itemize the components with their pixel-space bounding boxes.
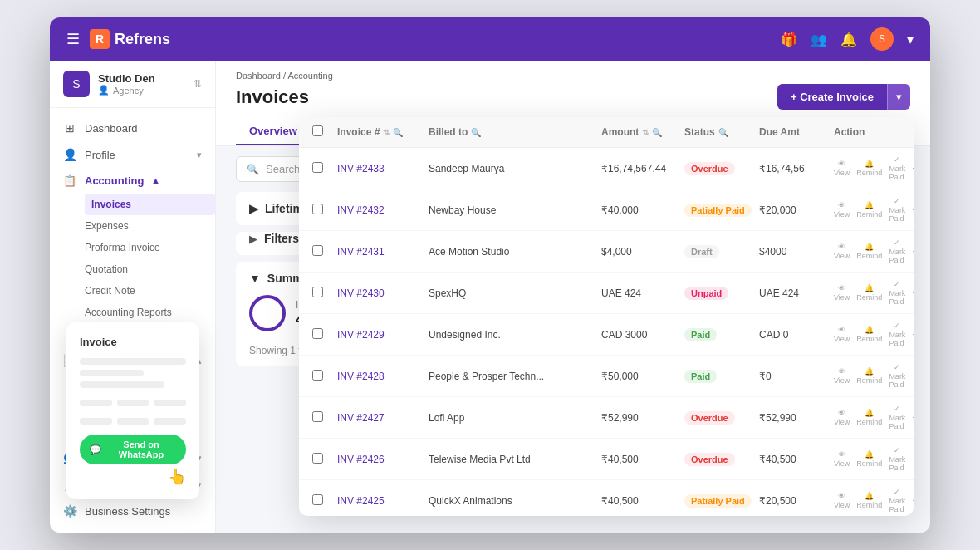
dropdown-arrow-icon[interactable]: ▾ bbox=[907, 32, 914, 47]
status-badge: Draft bbox=[684, 245, 759, 258]
view-action[interactable]: 👁View bbox=[834, 243, 850, 260]
view-action[interactable]: 👁View bbox=[834, 367, 850, 385]
amount: ₹40,000 bbox=[601, 204, 684, 216]
view-action[interactable]: 👁View bbox=[834, 450, 850, 468]
remind-action[interactable]: 🔔Remind bbox=[856, 160, 882, 177]
row-checkbox[interactable] bbox=[312, 287, 337, 300]
sidebar-item-accounting[interactable]: 📋 Accounting ▴ bbox=[50, 168, 215, 194]
mark-paid-action[interactable]: ✓Mark Paid bbox=[889, 405, 905, 430]
action-icons: 👁View 🔔Remind ✓Mark Paid ⋯ bbox=[834, 197, 900, 223]
mark-paid-action[interactable]: ✓Mark Paid bbox=[889, 238, 905, 264]
invoice-number[interactable]: INV #2432 bbox=[337, 204, 429, 216]
hamburger-icon[interactable]: ☰ bbox=[66, 30, 80, 48]
row-checkbox[interactable] bbox=[312, 245, 337, 258]
row-checkbox[interactable] bbox=[312, 162, 337, 175]
view-action[interactable]: 👁View bbox=[834, 160, 850, 177]
mark-paid-action[interactable]: ✓Mark Paid bbox=[889, 322, 905, 347]
sidebar-item-dashboard[interactable]: ⊞ Dashboard bbox=[50, 115, 215, 141]
more-action[interactable]: ⋯ bbox=[912, 165, 914, 173]
sidebar-item-profile[interactable]: 👤 Profile ▾ bbox=[50, 141, 215, 168]
filter-icon: 🔍 bbox=[393, 128, 403, 137]
invoice-number[interactable]: INV #2428 bbox=[337, 371, 429, 382]
studio-header[interactable]: S Studio Den 👤 Agency ⇅ bbox=[50, 61, 215, 108]
submenu-proforma[interactable]: Proforma Invoice bbox=[85, 237, 215, 258]
invoice-number[interactable]: INV #2426 bbox=[337, 454, 429, 465]
view-action[interactable]: 👁View bbox=[834, 201, 850, 219]
profile-icon: 👤 bbox=[63, 148, 76, 161]
amount-sort-icon: ⇅ bbox=[642, 128, 649, 137]
more-action[interactable]: ⋯ bbox=[912, 206, 914, 214]
invoice-line-2 bbox=[80, 370, 144, 376]
row-checkbox[interactable] bbox=[312, 204, 337, 217]
create-invoice-dropdown-button[interactable]: ▾ bbox=[887, 84, 910, 110]
invoice-number[interactable]: INV #2433 bbox=[337, 163, 429, 174]
remind-action[interactable]: 🔔Remind bbox=[856, 326, 882, 343]
submenu-expenses[interactable]: Expenses bbox=[85, 215, 215, 237]
view-action[interactable]: 👁View bbox=[834, 409, 850, 426]
table-row: INV #2425 QuickX Animations ₹40,500 Pati… bbox=[299, 480, 914, 516]
accounting-icon: 📋 bbox=[63, 174, 76, 187]
row-checkbox[interactable] bbox=[312, 370, 337, 383]
invoice-number[interactable]: INV #2425 bbox=[337, 495, 429, 507]
due-amount: $4000 bbox=[759, 246, 834, 258]
due-amount: UAE 424 bbox=[759, 287, 834, 299]
more-action[interactable]: ⋯ bbox=[912, 331, 914, 339]
submenu-credit-note[interactable]: Credit Note bbox=[85, 280, 215, 302]
invoice-number[interactable]: INV #2427 bbox=[337, 412, 429, 424]
submenu-invoices[interactable]: Invoices bbox=[85, 194, 215, 215]
studio-icon: S bbox=[63, 71, 90, 97]
row-checkbox[interactable] bbox=[312, 411, 337, 425]
whatsapp-button[interactable]: 💬 Send on WhatsApp bbox=[80, 435, 186, 464]
gift-icon[interactable]: 🎁 bbox=[781, 32, 797, 47]
remind-action[interactable]: 🔔Remind bbox=[856, 450, 882, 468]
invoice-number[interactable]: INV #2431 bbox=[337, 246, 429, 258]
cursor-icon: 👆 bbox=[80, 468, 186, 486]
select-all-checkbox[interactable] bbox=[312, 125, 337, 139]
nav-icons: 🎁 👥 🔔 S ▾ bbox=[781, 27, 914, 51]
table-row: INV #2429 Undesigned Inc. CAD 3000 Paid … bbox=[299, 314, 914, 356]
more-action[interactable]: ⋯ bbox=[912, 497, 914, 505]
users-icon[interactable]: 👥 bbox=[811, 32, 827, 47]
mark-paid-action[interactable]: ✓Mark Paid bbox=[889, 197, 905, 223]
submenu-quotation[interactable]: Quotation bbox=[85, 258, 215, 280]
more-action[interactable]: ⋯ bbox=[912, 248, 914, 256]
row-checkbox[interactable] bbox=[312, 328, 337, 341]
invoice-number[interactable]: INV #2429 bbox=[337, 329, 429, 341]
mark-paid-action[interactable]: ✓Mark Paid bbox=[889, 446, 905, 472]
view-action[interactable]: 👁View bbox=[834, 326, 850, 343]
remind-action[interactable]: 🔔Remind bbox=[856, 492, 882, 509]
page-title-row: Invoices + Create Invoice ▾ bbox=[236, 84, 910, 110]
mark-paid-action[interactable]: ✓Mark Paid bbox=[889, 280, 905, 306]
status-badge: Patially Paid bbox=[684, 494, 759, 508]
bell-icon[interactable]: 🔔 bbox=[840, 32, 857, 47]
accounting-expand-icon: ▴ bbox=[153, 174, 159, 187]
avatar[interactable]: S bbox=[870, 27, 894, 51]
amount-filter-icon: 🔍 bbox=[652, 128, 662, 137]
mark-paid-action[interactable]: ✓Mark Paid bbox=[889, 363, 905, 389]
sidebar-item-business-settings[interactable]: ⚙️ Business Settings bbox=[50, 498, 215, 524]
create-invoice-button[interactable]: + Create Invoice bbox=[777, 84, 887, 110]
more-action[interactable]: ⋯ bbox=[912, 414, 914, 422]
due-amount: ₹20,500 bbox=[759, 495, 834, 507]
invoice-number[interactable]: INV #2430 bbox=[337, 287, 429, 299]
remind-action[interactable]: 🔔Remind bbox=[856, 243, 882, 260]
more-action[interactable]: ⋯ bbox=[912, 455, 914, 464]
row-checkbox[interactable] bbox=[312, 494, 337, 508]
remind-action[interactable]: 🔔Remind bbox=[856, 201, 882, 219]
mark-paid-action[interactable]: ✓Mark Paid bbox=[889, 488, 905, 513]
more-action[interactable]: ⋯ bbox=[912, 372, 914, 381]
remind-action[interactable]: 🔔Remind bbox=[856, 409, 882, 426]
remind-action[interactable]: 🔔Remind bbox=[856, 367, 882, 385]
view-action[interactable]: 👁View bbox=[834, 284, 850, 302]
row-checkbox[interactable] bbox=[312, 453, 337, 466]
view-action[interactable]: 👁View bbox=[834, 492, 850, 509]
table-header: Invoice # ⇅ 🔍 Billed to 🔍 Amount ⇅ 🔍 Sta… bbox=[299, 117, 914, 148]
submenu-accounting-reports[interactable]: Accounting Reports bbox=[85, 302, 215, 323]
status-badge: Overdue bbox=[684, 411, 759, 425]
invoice-lines bbox=[80, 358, 186, 425]
more-action[interactable]: ⋯ bbox=[912, 289, 914, 297]
col-status: Status 🔍 bbox=[684, 126, 759, 138]
invoice-card-title: Invoice bbox=[80, 336, 186, 348]
remind-action[interactable]: 🔔Remind bbox=[856, 284, 882, 302]
mark-paid-action[interactable]: ✓Mark Paid bbox=[889, 155, 905, 181]
